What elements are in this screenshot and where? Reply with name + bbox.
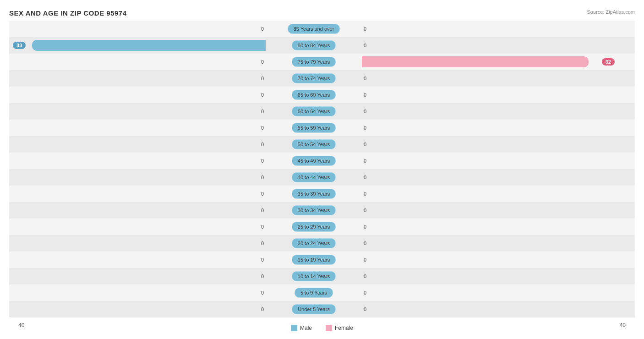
bar-row: 0 70 to 74 Years 0 [9,70,635,87]
female-value: 0 [364,158,366,164]
chart-rows: 0 85 Years and over 0 33 80 to 84 Years … [9,21,635,317]
axis-row: 40 Male Female 40 [9,319,635,331]
legend-female: Female [326,325,353,331]
female-badge: 32 [602,58,615,66]
right-bar-area: 0 [362,284,618,301]
center-label-area: 10 to 14 Years [266,271,362,281]
age-label: 45 to 49 Years [292,156,336,166]
left-bar-area: 0 [9,54,266,70]
male-value: 0 [261,59,264,65]
left-bar-area: 0 [9,21,266,37]
right-bar-area: 0 [362,153,618,169]
age-label: 40 to 44 Years [292,172,336,182]
right-bar-area: 0 [362,103,618,120]
age-label: 35 to 39 Years [292,189,336,199]
center-label-area: 5 to 9 Years [266,288,362,298]
center-label-area: 70 to 74 Years [266,73,362,83]
male-value: 0 [261,125,264,131]
age-label: 85 Years and over [288,24,340,34]
bar-row: 0 65 to 69 Years 0 [9,87,635,103]
left-bar-area: 0 [9,120,266,136]
center-label-area: Under 5 Years [266,304,362,314]
female-legend-dot [326,325,332,331]
male-value: 0 [261,175,264,180]
age-label: Under 5 Years [292,304,336,314]
bar-row: 0 10 to 14 Years 0 [9,268,635,284]
center-label-area: 45 to 49 Years [266,156,362,166]
female-value: 0 [364,257,366,262]
female-value: 0 [364,290,366,295]
right-bar-area: 0 [362,268,618,284]
bar-row: 0 15 to 19 Years 0 [9,252,635,268]
male-value: 0 [261,76,264,81]
center-label-area: 20 to 24 Years [266,238,362,248]
bar-row: 0 35 to 39 Years 0 [9,186,635,202]
female-value: 0 [364,208,366,213]
female-value: 0 [364,76,366,81]
legend-male: Male [291,325,312,331]
female-legend-label: Female [335,325,353,331]
right-bar-area: 0 [362,70,618,87]
left-bar-area: 0 [9,70,266,87]
male-value: 0 [261,92,264,98]
axis-left: 40 [9,322,64,331]
bar-row: 0 60 to 64 Years 0 [9,103,635,120]
male-value: 0 [261,290,264,295]
male-legend-label: Male [300,325,312,331]
female-value: 0 [364,224,366,230]
center-label-area: 30 to 34 Years [266,205,362,215]
bar-row: 0 50 to 54 Years 0 [9,136,635,153]
bar-row: 0 75 to 79 Years 32 [9,54,635,70]
male-badge: 33 [13,42,26,49]
male-value: 0 [261,306,264,312]
age-label: 75 to 79 Years [292,57,336,67]
axis-right: 40 [580,322,635,331]
left-bar-area: 0 [9,252,266,268]
left-bar-area: 0 [9,169,266,186]
right-bar-area: 0 [362,37,618,54]
center-label-area: 65 to 69 Years [266,90,362,100]
center-label-area: 25 to 29 Years [266,222,362,232]
left-bar-area: 0 [9,219,266,235]
center-label-area: 15 to 19 Years [266,255,362,265]
female-value: 0 [364,109,366,114]
center-label-area: 40 to 44 Years [266,172,362,182]
male-legend-dot [291,325,297,331]
center-label-area: 75 to 79 Years [266,57,362,67]
age-label: 20 to 24 Years [292,238,336,248]
bar-row: 0 20 to 24 Years 0 [9,235,635,252]
female-value: 0 [364,26,366,32]
title-row: SEX AND AGE IN ZIP CODE 95974 Source: Zi… [9,9,635,17]
bar-row: 0 40 to 44 Years 0 [9,169,635,186]
age-label: 50 to 54 Years [292,139,336,149]
right-bar-area: 0 [362,186,618,202]
center-label-area: 85 Years and over [266,24,362,34]
bar-row: 33 80 to 84 Years 0 [9,37,635,54]
age-label: 65 to 69 Years [292,90,336,100]
female-value: 0 [364,43,366,48]
center-label-area: 60 to 64 Years [266,106,362,116]
bar-row: 0 Under 5 Years 0 [9,301,635,317]
legend-row: Male Female [291,325,353,331]
left-bar-area: 0 [9,301,266,317]
left-bar-area: 0 [9,103,266,120]
center-label-area: 50 to 54 Years [266,139,362,149]
bar-row: 0 25 to 29 Years 0 [9,219,635,235]
left-bar-area: 33 [9,37,266,54]
male-value: 0 [261,208,264,213]
female-value: 0 [364,142,366,147]
age-label: 15 to 19 Years [292,255,336,265]
left-bar-area: 0 [9,268,266,284]
bar-row: 0 45 to 49 Years 0 [9,153,635,169]
age-label: 60 to 64 Years [292,106,336,116]
source-text: Source: ZipAtlas.com [587,9,635,15]
chart-container: SEX AND AGE IN ZIP CODE 95974 Source: Zi… [0,0,644,339]
age-label: 80 to 84 Years [292,40,336,50]
right-bar-area: 0 [362,87,618,103]
right-bar-area: 0 [362,136,618,153]
right-bar-area: 0 [362,120,618,136]
left-bar-area: 0 [9,235,266,252]
age-label: 10 to 14 Years [292,271,336,281]
left-bar-area: 0 [9,284,266,301]
right-bar-area: 0 [362,301,618,317]
